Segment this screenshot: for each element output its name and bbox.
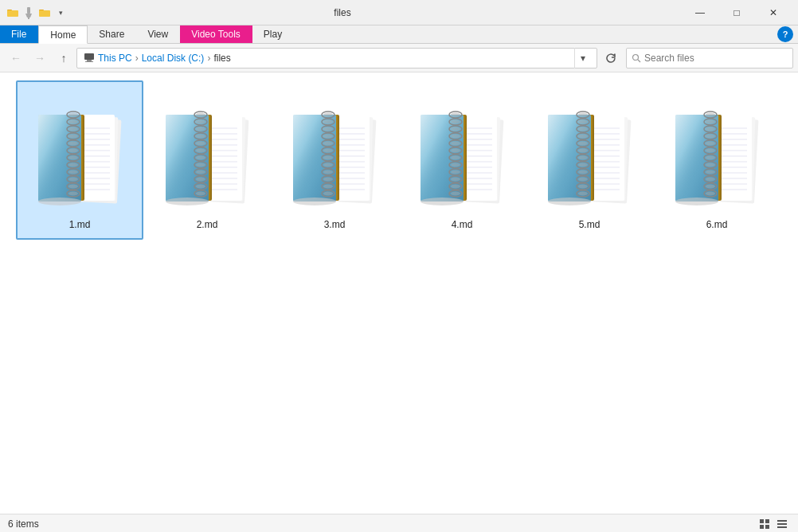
pin-icon[interactable] [22, 6, 35, 19]
svg-rect-260 [760, 525, 764, 529]
svg-point-167 [451, 163, 460, 167]
svg-point-151 [421, 198, 464, 205]
svg-rect-8 [87, 60, 92, 61]
status-bar: 6 items [0, 514, 798, 532]
svg-point-38 [68, 142, 78, 146]
tab-share[interactable]: Share [88, 25, 136, 43]
svg-point-91 [196, 185, 205, 189]
svg-point-122 [323, 149, 333, 153]
svg-point-237 [706, 120, 715, 124]
svg-point-255 [706, 185, 715, 189]
svg-point-173 [451, 185, 460, 189]
svg-point-245 [706, 149, 715, 153]
svg-point-171 [451, 178, 460, 182]
large-icons-view-button[interactable] [757, 516, 773, 532]
file-item[interactable]: 4.md [398, 80, 526, 240]
up-button[interactable]: ↑ [53, 47, 75, 69]
file-icon [410, 96, 514, 216]
svg-point-196 [578, 120, 588, 124]
minimize-button[interactable]: — [682, 0, 718, 25]
tab-home[interactable]: Home [38, 25, 88, 44]
svg-point-175 [451, 192, 460, 196]
file-icon [665, 96, 769, 216]
svg-rect-1 [7, 10, 18, 17]
svg-point-44 [68, 163, 78, 167]
search-input[interactable] [644, 53, 788, 64]
file-item[interactable]: 6.md [653, 80, 780, 240]
svg-point-155 [451, 120, 460, 124]
path-this-pc[interactable]: This PC [98, 53, 132, 64]
svg-point-159 [451, 135, 460, 139]
title-bar: ▾ files — □ ✕ [0, 0, 798, 25]
svg-point-28 [38, 198, 81, 205]
address-dropdown-button[interactable]: ▾ [574, 48, 590, 68]
svg-rect-262 [777, 520, 787, 522]
svg-point-36 [68, 135, 78, 139]
svg-point-110 [293, 198, 336, 205]
svg-point-210 [578, 170, 588, 174]
file-icon [283, 96, 386, 216]
file-icon [538, 96, 641, 216]
path-local-disk[interactable]: Local Disk (C:) [142, 53, 205, 64]
dropdown-icon[interactable]: ▾ [54, 6, 67, 19]
svg-point-73 [196, 120, 205, 124]
tab-play[interactable]: Play [252, 25, 294, 43]
svg-point-208 [578, 163, 588, 167]
svg-point-71 [196, 113, 205, 117]
svg-point-116 [323, 127, 333, 131]
svg-rect-261 [765, 525, 769, 529]
file-label: 5.md [579, 219, 600, 230]
svg-rect-259 [765, 519, 769, 523]
svg-point-132 [323, 185, 333, 189]
svg-point-249 [706, 163, 715, 167]
maximize-button[interactable]: □ [718, 0, 755, 25]
search-bar[interactable] [626, 48, 793, 68]
svg-point-10 [633, 54, 639, 60]
file-icon [28, 96, 131, 216]
ribbon: File Home Share View Video Tools Play ? [0, 25, 798, 44]
svg-point-46 [68, 170, 78, 174]
svg-line-11 [638, 60, 640, 62]
svg-point-69 [166, 198, 209, 205]
help-button[interactable]: ? [777, 26, 793, 42]
file-item[interactable]: 1.md [16, 80, 143, 240]
file-item[interactable]: 5.md [526, 80, 653, 240]
svg-point-206 [578, 156, 588, 160]
forward-button[interactable]: → [29, 47, 51, 69]
svg-point-235 [706, 113, 715, 117]
file-icon [155, 96, 259, 216]
svg-point-194 [578, 113, 588, 117]
svg-point-134 [323, 192, 333, 196]
item-count: 6 items [8, 518, 39, 530]
svg-point-128 [323, 170, 333, 174]
file-label: 2.md [197, 219, 218, 230]
file-label: 6.md [706, 219, 728, 230]
svg-point-77 [196, 135, 205, 139]
details-view-button[interactable] [774, 516, 790, 532]
tab-video-tools[interactable]: Video Tools [180, 25, 252, 43]
svg-point-79 [196, 142, 205, 146]
folder-icon[interactable] [38, 6, 51, 19]
tab-view[interactable]: View [136, 25, 180, 43]
path-current: files [213, 53, 230, 64]
back-button[interactable]: ← [5, 47, 27, 69]
svg-point-251 [706, 170, 715, 174]
svg-point-241 [706, 135, 715, 139]
svg-point-157 [451, 127, 460, 131]
close-button[interactable]: ✕ [755, 0, 792, 25]
refresh-button[interactable] [600, 48, 621, 68]
file-item[interactable]: 3.md [271, 80, 398, 240]
new-folder-icon[interactable] [6, 6, 19, 19]
svg-point-40 [68, 149, 78, 153]
svg-point-163 [451, 149, 460, 153]
svg-point-120 [323, 142, 333, 146]
tab-file[interactable]: File [0, 25, 38, 43]
svg-rect-2 [27, 7, 30, 14]
svg-point-192 [548, 198, 591, 205]
address-bar[interactable]: This PC › Local Disk (C:) › files ▾ [76, 48, 597, 68]
svg-point-216 [578, 192, 588, 196]
svg-point-253 [706, 178, 715, 182]
file-item[interactable]: 2.md [143, 80, 271, 240]
svg-point-75 [196, 127, 205, 131]
svg-point-93 [196, 192, 205, 196]
